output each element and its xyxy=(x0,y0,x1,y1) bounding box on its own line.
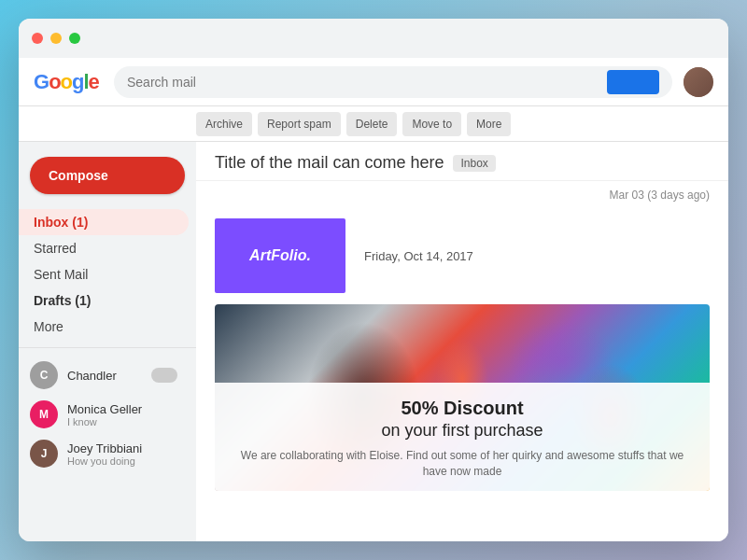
search-button[interactable] xyxy=(607,70,659,94)
sidebar-item-sent[interactable]: Sent Mail xyxy=(19,261,189,287)
close-button[interactable] xyxy=(32,33,43,44)
email-date: Mar 03 (3 days ago) xyxy=(610,189,710,202)
avatar[interactable] xyxy=(684,67,713,97)
google-logo: Google xyxy=(34,70,99,94)
toolbar-bar: Archive Report spam Delete Move to More xyxy=(19,106,728,142)
minimize-button[interactable] xyxy=(50,33,62,44)
search-input[interactable] xyxy=(127,75,599,90)
header: Google xyxy=(19,58,728,106)
move-button[interactable]: Move to xyxy=(402,112,461,136)
email-sender-date: Friday, Oct 14, 2017 xyxy=(364,249,473,263)
sidebar-item-more[interactable]: More xyxy=(19,314,189,340)
sidebar-divider xyxy=(19,347,196,348)
contact-avatar-chandler: C xyxy=(30,361,58,389)
artfolio-logo: ArtFolio. xyxy=(215,218,345,293)
compose-button[interactable]: Compose xyxy=(30,157,185,194)
sidebar-item-inbox[interactable]: Inbox (1) xyxy=(19,209,189,235)
spam-button[interactable]: Report spam xyxy=(258,112,341,136)
sidebar-item-starred[interactable]: Starred xyxy=(19,235,189,261)
email-badge: Inbox xyxy=(453,155,495,172)
contact-avatar-joey: J xyxy=(30,440,58,468)
search-bar xyxy=(114,66,672,98)
contact-chandler[interactable]: C Chandler xyxy=(19,356,189,395)
discount-body: We are collaborating with Eloise. Find o… xyxy=(233,448,691,480)
maximize-button[interactable] xyxy=(69,33,80,44)
sidebar-item-drafts[interactable]: Drafts (1) xyxy=(19,287,189,314)
contact-joey[interactable]: J Joey Tribbiani How you doing xyxy=(19,434,189,473)
contact-avatar-monica: M xyxy=(30,400,58,428)
email-header: Title of the mail can come here Inbox xyxy=(196,142,728,181)
more-button[interactable]: More xyxy=(467,112,511,136)
discount-heading: 50% Discount xyxy=(233,398,691,419)
delete-button[interactable]: Delete xyxy=(346,112,398,136)
app-window: Google Archive Report spam Delete Move t… xyxy=(19,19,728,541)
contact-monica[interactable]: M Monica Geller I know xyxy=(19,395,189,434)
title-bar xyxy=(19,19,728,58)
email-title: Title of the mail can come here xyxy=(215,153,444,173)
email-meta: Mar 03 (3 days ago) xyxy=(196,181,728,209)
discount-sub: on your first purchase xyxy=(233,421,691,441)
archive-button[interactable]: Archive xyxy=(196,112,252,136)
sidebar: Compose Inbox (1) Starred Sent Mail Draf… xyxy=(19,142,196,541)
email-image-section: 50% Discount on your first purchase We a… xyxy=(215,304,710,491)
email-view: Title of the mail can come here Inbox Ma… xyxy=(196,142,728,541)
email-hero: ArtFolio. Friday, Oct 14, 2017 xyxy=(196,209,728,293)
body: Compose Inbox (1) Starred Sent Mail Draf… xyxy=(19,142,728,541)
contact-toggle-chandler[interactable] xyxy=(151,368,177,383)
discount-overlay: 50% Discount on your first purchase We a… xyxy=(215,383,710,491)
